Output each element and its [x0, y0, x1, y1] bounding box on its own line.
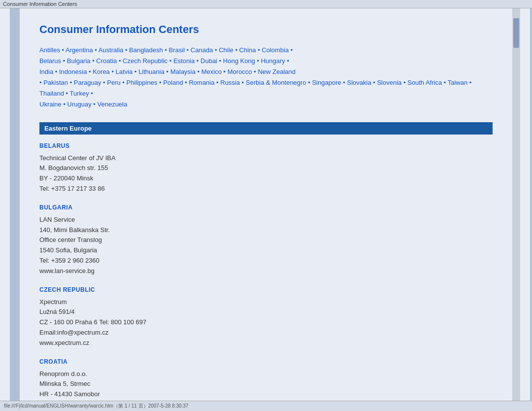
country-name-czech-republic: CZECH REPUBLIC [39, 286, 493, 293]
links-paragraph: Antilles • Argentina • Australia • Bangl… [39, 45, 493, 110]
link-indonesia[interactable]: Indonesia [59, 68, 87, 75]
link-mexico[interactable]: Mexico [201, 68, 222, 75]
link-colombia[interactable]: Colombia [262, 46, 289, 54]
link-croatia[interactable]: Croatia [96, 57, 117, 65]
sidebar-left [0, 8, 20, 401]
main-layout: Consumer Information Centers Antilles • … [0, 8, 532, 401]
link-venezuela[interactable]: Venezuela [98, 101, 128, 108]
link-new-zealand[interactable]: New Zealand [258, 68, 296, 75]
country-details-croatia: Renoprom d.o.o. Mlinska 5, Strmec HR - 4… [39, 369, 493, 401]
link-hungary[interactable]: Hungary [261, 57, 285, 65]
scroll-thumb[interactable] [513, 18, 519, 48]
link-chile[interactable]: Chile [219, 46, 233, 54]
country-section-belarus: BELARUS Technical Center of JV IBA M. Bo… [39, 142, 493, 194]
scrollbar[interactable] [512, 8, 520, 401]
link-china[interactable]: China [239, 46, 256, 54]
link-korea[interactable]: Korea [93, 68, 110, 75]
country-name-bulgaria: BULGARIA [39, 204, 493, 211]
title-bar-text: Consumer Information Centers [3, 1, 77, 7]
country-section-bulgaria: BULGARIA LAN Service 140, Mimi Balkanska… [39, 204, 493, 276]
sidebar-right [512, 8, 532, 401]
link-morocco[interactable]: Morocco [228, 68, 252, 75]
link-slovenia[interactable]: Slovenia [377, 79, 401, 86]
link-singapore[interactable]: Singapore [312, 79, 341, 86]
link-russia[interactable]: Russia [220, 79, 240, 86]
link-pakistan[interactable]: Pakistan [43, 79, 68, 86]
link-india[interactable]: India [39, 68, 53, 75]
link-taiwan[interactable]: Taiwan [448, 79, 467, 86]
link-south-africa[interactable]: South Africa [407, 79, 442, 86]
link-argentina[interactable]: Argentina [66, 46, 93, 54]
link-uruguay[interactable]: Uruguay [67, 101, 92, 108]
link-ukraine[interactable]: Ukraine [39, 101, 62, 108]
country-section-czech-republic: CZECH REPUBLIC Xpectrum Lužná 591/4 CZ -… [39, 286, 493, 348]
link-australia[interactable]: Australia [99, 46, 124, 54]
link-paraguay[interactable]: Paraguay [74, 79, 101, 86]
country-name-croatia: CROATIA [39, 358, 493, 365]
link-bangladesh[interactable]: Bangladesh [129, 46, 163, 54]
page-title: Consumer Information Centers [39, 23, 493, 36]
sidebar-right-inner [520, 8, 530, 401]
link-czech-republic[interactable]: Czech Republic [123, 57, 167, 65]
link-brasil[interactable]: Brasil [169, 46, 185, 54]
link-bulgaria[interactable]: Bulgaria [67, 57, 91, 65]
bottom-bar-text: file:///F|/lcd/manual/ENGLISH/warranty/w… [4, 403, 188, 409]
link-belarus[interactable]: Belarus [39, 57, 61, 65]
link-latvia[interactable]: Latvia [116, 68, 133, 75]
country-details-bulgaria: LAN Service 140, Mimi Balkanska Str. Off… [39, 215, 493, 276]
link-hong-kong[interactable]: Hong Kong [223, 57, 255, 65]
bottom-bar: file:///F|/lcd/manual/ENGLISH/warranty/w… [0, 401, 532, 411]
sidebar-left-inner [0, 8, 10, 401]
link-estonia[interactable]: Estonia [173, 57, 195, 65]
link-poland[interactable]: Poland [163, 79, 183, 86]
country-details-belarus: Technical Center of JV IBA M. Bogdanovic… [39, 153, 493, 194]
section-header-eastern-europe: Eastern Europe [39, 122, 493, 135]
country-details-czech-republic: Xpectrum Lužná 591/4 CZ - 160 00 Praha 6… [39, 297, 493, 348]
content-area[interactable]: Consumer Information Centers Antilles • … [20, 8, 512, 401]
link-slovakia[interactable]: Slovakia [347, 79, 371, 86]
link-turkey[interactable]: Turkey [69, 90, 89, 97]
link-lithuania[interactable]: Lithuania [138, 68, 165, 75]
link-canada[interactable]: Canada [191, 46, 213, 54]
country-section-croatia: CROATIA Renoprom d.o.o. Mlinska 5, Strme… [39, 358, 493, 401]
link-romania[interactable]: Romania [189, 79, 214, 86]
link-peru[interactable]: Peru [107, 79, 120, 86]
link-thailand[interactable]: Thailand [39, 90, 64, 97]
link-antilles[interactable]: Antilles [39, 46, 60, 54]
country-name-belarus: BELARUS [39, 142, 493, 149]
link-philippines[interactable]: Philippines [127, 79, 158, 86]
link-serbia-montenegro[interactable]: Serbia & Montenegro [246, 79, 306, 86]
link-dubai[interactable]: Dubai [200, 57, 217, 65]
link-malaysia[interactable]: Malaysia [170, 68, 196, 75]
title-bar: Consumer Information Centers [0, 0, 532, 8]
